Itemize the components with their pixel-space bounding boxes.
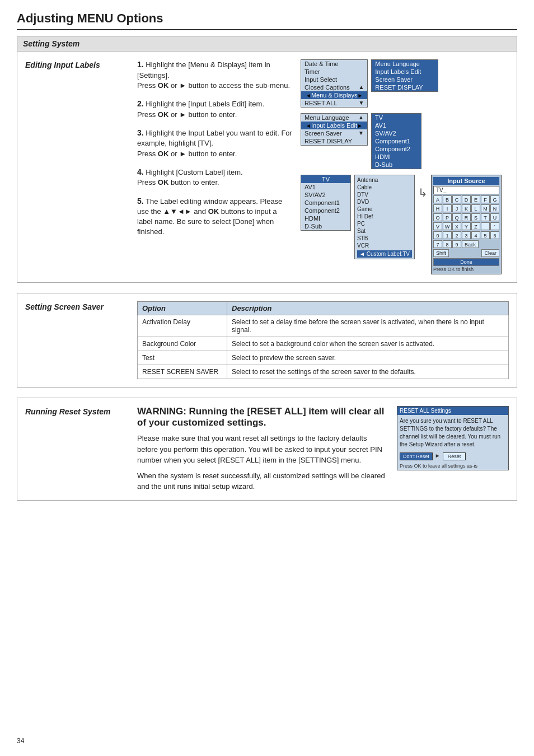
key-6[interactable]: 6 <box>490 231 499 239</box>
reset-btn[interactable]: Reset <box>443 452 466 460</box>
key-C[interactable]: C <box>452 195 461 203</box>
rrs-two-col: Running Reset System WARNING: Running th… <box>25 406 509 492</box>
shift-btn[interactable]: Shift <box>433 249 449 257</box>
step3-tv-item: TV <box>301 175 350 183</box>
key-K[interactable]: K <box>462 204 471 212</box>
key-0[interactable]: 0 <box>433 231 442 239</box>
ss-option-bgcolor: Background Color <box>138 337 227 351</box>
key-back[interactable]: Back <box>462 240 479 248</box>
key-9[interactable]: 9 <box>452 240 461 248</box>
key-H[interactable]: H <box>433 204 442 212</box>
key-A[interactable]: A <box>433 195 442 203</box>
menu4-item-svav2: SV/AV2 <box>372 129 421 137</box>
key-L[interactable]: L <box>471 204 480 212</box>
menu1-item-inputselect: Input Select <box>301 76 367 83</box>
setting-screen-saver-section: Setting Screen Saver Option Description … <box>17 293 517 388</box>
key-Y[interactable]: Y <box>462 222 471 230</box>
ss-desc-test: Select to preview the screen saver. <box>227 351 509 365</box>
shift-clear-row: Shift Clear <box>433 249 499 257</box>
tv-input-field: TV_ <box>433 186 499 194</box>
screen-saver-table: Option Description Activation Delay Sele… <box>137 301 509 379</box>
ss-col-option: Option <box>138 302 227 315</box>
reset-dialog-title: RESET ALL Settings <box>397 407 508 415</box>
ss-desc-reset: Select to reset the settings of the scre… <box>227 365 509 379</box>
stb-item: STB <box>357 235 412 242</box>
eil-two-col: Editing Input Labels 1. Highlight the [M… <box>25 59 509 274</box>
ss-option-test: Test <box>138 351 227 365</box>
custom-label-bar: ◄ Custom Label:TV <box>357 250 412 258</box>
dtv-item: DTV <box>357 191 412 198</box>
key-R[interactable]: R <box>462 213 471 221</box>
kb-row3: O P Q R S T U <box>433 213 499 221</box>
game-item: Game <box>357 206 412 213</box>
key-7[interactable]: 7 <box>433 240 442 248</box>
key-G[interactable]: G <box>490 195 499 203</box>
hidef-item: HI Def <box>357 213 412 220</box>
key-apos[interactable]: ' <box>490 222 499 230</box>
step-4: 4. Highlight [Custom Label] item. Press … <box>137 167 294 188</box>
key-blank[interactable] <box>481 222 490 230</box>
step3-comp2-item: Component2 <box>301 207 350 214</box>
menu2-item-menulang: Menu Language <box>372 60 438 68</box>
key-V[interactable]: V <box>433 222 442 230</box>
key-F[interactable]: F <box>481 195 490 203</box>
kb-row1: A B C D E F G <box>433 195 499 203</box>
key-J[interactable]: J <box>452 204 461 212</box>
menu2-item-screensaver: Screen Saver <box>372 76 438 83</box>
dont-reset-btn[interactable]: Don't Reset <box>400 452 433 460</box>
key-D[interactable]: D <box>462 195 471 203</box>
reset-dialog-body: Are you sure you want to RESET ALL SETTI… <box>397 415 508 451</box>
key-Z[interactable]: Z <box>471 222 480 230</box>
ss-row-activation: Activation Delay Select to set a delay t… <box>138 315 509 337</box>
key-4[interactable]: 4 <box>471 231 480 239</box>
ss-two-col: Setting Screen Saver Option Description … <box>25 301 509 379</box>
ss-desc-activation: Select to set a delay time before the sc… <box>227 315 509 337</box>
key-3[interactable]: 3 <box>462 231 471 239</box>
key-I[interactable]: I <box>443 204 452 212</box>
key-W[interactable]: W <box>443 222 452 230</box>
key-S[interactable]: S <box>471 213 480 221</box>
menu4-item-comp2: Component2 <box>372 145 421 153</box>
key-Q[interactable]: Q <box>452 213 461 221</box>
menu1-item-menudisplays: ◄Menu & Displays► <box>301 91 367 99</box>
key-T[interactable]: T <box>481 213 490 221</box>
menu1-item-closedcaptions: Closed Captions ▲ <box>301 83 367 91</box>
antenna-list: Antenna Cable DTV DVD Game HI Def PC Sat… <box>354 175 415 259</box>
sat-item: Sat <box>357 227 412 235</box>
reset-dialog-footer: Press OK to leave all settings as-is <box>397 462 508 470</box>
reset-dialog-box: RESET ALL Settings Are you sure you want… <box>397 406 509 470</box>
key-U[interactable]: U <box>490 213 499 221</box>
key-8[interactable]: 8 <box>443 240 452 248</box>
rrs-label: Running Reset System <box>25 407 137 416</box>
key-B[interactable]: B <box>443 195 452 203</box>
setting-system-section: Setting System Editing Input Labels 1. H… <box>17 36 517 283</box>
done-btn[interactable]: Done <box>433 258 499 266</box>
key-X[interactable]: X <box>452 222 461 230</box>
key-N[interactable]: N <box>490 204 499 212</box>
step3-comp1-item: Component1 <box>301 199 350 207</box>
key-M[interactable]: M <box>481 204 490 212</box>
key-2[interactable]: 2 <box>452 231 461 239</box>
ss-option-reset: RESET SCREEN SAVER <box>138 365 227 379</box>
menu3-item-screensaver: Screen Saver ▼ <box>301 129 367 137</box>
key-E[interactable]: E <box>471 195 480 203</box>
kb-row2: H I J K L M N <box>433 204 499 212</box>
key-1[interactable]: 1 <box>443 231 452 239</box>
step-5: 5. The Label editing window appears. Ple… <box>137 196 294 237</box>
clear-btn[interactable]: Clear <box>481 249 499 257</box>
key-P[interactable]: P <box>443 213 452 221</box>
rrs-body2: When the system is reset successfully, a… <box>137 470 388 492</box>
menu4-item-dsub: D-Sub <box>372 161 421 169</box>
vcr-item: VCR <box>357 242 412 249</box>
step3-tv-box: TV AV1 SV/AV2 Component1 Component2 HDMI… <box>301 175 351 231</box>
menu1-item-datetime: Date & Time <box>301 60 367 68</box>
menu4-item-comp1: Component1 <box>372 137 421 145</box>
key-5[interactable]: 5 <box>481 231 490 239</box>
diagrams-column: Date & Time Timer Input Select Closed Ca… <box>301 59 509 274</box>
key-O[interactable]: O <box>433 213 442 221</box>
eil-label-col: Editing Input Labels <box>25 59 137 274</box>
menu3-box: Menu Language ▲ ◄Input Labels Edit► Scre… <box>301 113 368 146</box>
step3-dsub-item: D-Sub <box>301 222 350 230</box>
page-title: Adjusting MENU Options <box>17 11 517 30</box>
rrs-main-col: WARNING: Running the [RESET ALL] item wi… <box>137 406 509 492</box>
